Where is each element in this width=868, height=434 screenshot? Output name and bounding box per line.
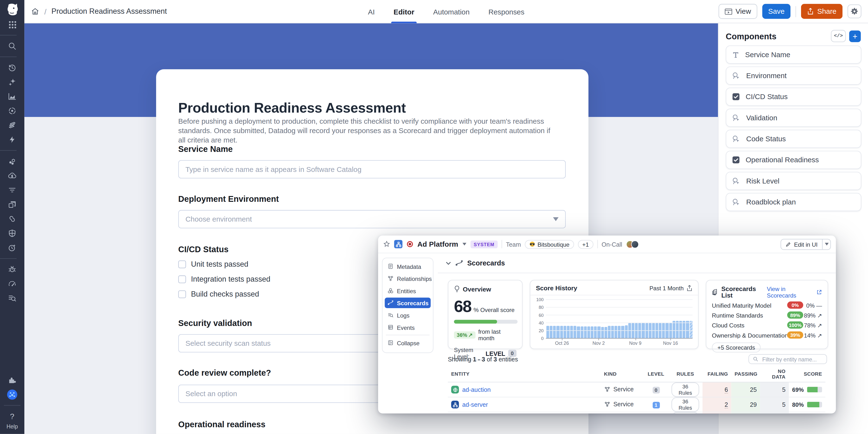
table-row[interactable]: ad-serverService136 Rules229580% (448, 397, 825, 412)
sidebar-item-apps-grid[interactable] (0, 17, 24, 32)
component-item-roadblock-plan[interactable]: Roadblock plan (726, 193, 861, 211)
help-label[interactable]: Help (6, 424, 18, 434)
checkbox-row[interactable]: Build checks passed (178, 290, 259, 298)
rules-pill[interactable]: 36 Rules (672, 382, 699, 397)
sidebar-item-ai-sparkles[interactable] (0, 75, 24, 89)
cicd-checkbox[interactable] (178, 290, 186, 298)
sidebar-item-scorecards-layers[interactable] (0, 118, 24, 133)
chart-bar[interactable] (618, 326, 621, 338)
tab-editor[interactable]: Editor (394, 0, 414, 23)
code-view-button[interactable]: </> (831, 30, 846, 42)
chart-bar[interactable] (601, 327, 604, 338)
chart-bar[interactable] (621, 326, 624, 338)
column-header-failing[interactable]: FAILING (703, 366, 732, 382)
panel-nav-collapse[interactable]: Collapse (384, 338, 431, 348)
view-in-scorecards-link[interactable]: View in Scorecards (767, 286, 822, 299)
cicd-checkbox[interactable] (178, 260, 186, 268)
service-name[interactable]: Ad Platform (417, 240, 458, 248)
collapse-chevron-icon[interactable] (445, 261, 451, 265)
help-icon[interactable]: ? (0, 409, 24, 424)
range-label[interactable]: Past 1 Month (649, 285, 683, 291)
chart-bar[interactable] (553, 326, 556, 338)
chart-bar[interactable] (570, 326, 573, 338)
table-row[interactable]: ad-auctionService036 Rules625569% (448, 382, 825, 397)
panel-nav-relationships[interactable]: Relationships (384, 273, 431, 284)
sidebar-item-service-hexagons[interactable] (0, 154, 24, 169)
checkbox-row[interactable]: Integration tests passed (178, 275, 270, 283)
tab-automation[interactable]: Automation (433, 0, 470, 23)
settings-button[interactable] (847, 4, 861, 18)
chart-bar[interactable] (611, 326, 614, 338)
more-scorecards-button[interactable]: +5 Scorecards (712, 342, 761, 352)
chart-bar[interactable] (615, 326, 618, 338)
chart-bar[interactable] (560, 326, 563, 338)
sidebar-item-log-filter[interactable] (0, 183, 24, 197)
column-header-passing[interactable]: PASSING (731, 366, 760, 382)
sidebar-item-service-link[interactable] (0, 212, 24, 226)
column-header-rules[interactable]: RULES (668, 366, 703, 382)
edit-in-ui-button[interactable]: Edit in UI (781, 238, 831, 250)
chart-bar[interactable] (625, 325, 628, 338)
tab-ai[interactable]: AI (368, 0, 375, 23)
panel-nav-metadata[interactable]: Metadata (384, 261, 431, 272)
sidebar-item-lightning[interactable] (0, 133, 24, 147)
chart-bar[interactable] (679, 321, 682, 338)
edit-in-ui-caret[interactable] (822, 239, 830, 249)
chart-bar[interactable] (567, 326, 569, 338)
sidebar-item-history[interactable] (0, 60, 24, 75)
chart-bar[interactable] (676, 321, 679, 338)
oncall-avatars[interactable] (626, 240, 639, 248)
chart-bar[interactable] (686, 321, 689, 338)
column-header-score[interactable]: SCORE (789, 366, 825, 382)
chart-bar[interactable] (683, 321, 686, 338)
panel-nav-entities[interactable]: Entities (384, 286, 431, 296)
chart-bars[interactable] (547, 300, 693, 338)
chart-bar[interactable] (550, 326, 553, 338)
scorecard-row[interactable]: Unified Maturity Model0%0% — (712, 301, 822, 309)
chart-bar[interactable] (689, 321, 692, 338)
sidebar-item-search[interactable] (0, 39, 24, 53)
chart-bar[interactable] (574, 326, 577, 338)
sidebar-item-app-windows[interactable] (0, 197, 24, 212)
column-header-no-data[interactable]: NO DATA (760, 366, 789, 382)
panel-nav-events[interactable]: Events (384, 322, 431, 332)
chart-bar[interactable] (547, 326, 549, 338)
entity-link[interactable]: ad-auction (462, 386, 491, 393)
chart-bar[interactable] (584, 326, 587, 338)
sidebar-item-puzzle-integrations[interactable] (0, 373, 24, 387)
component-item-ci-cd-status[interactable]: CI/CD Status (726, 88, 861, 106)
chart-bar[interactable] (587, 326, 590, 338)
tab-responses[interactable]: Responses (489, 0, 525, 23)
rules-pill[interactable]: 36 Rules (672, 397, 699, 412)
component-item-environment[interactable]: Environment (726, 66, 861, 85)
scorecard-row[interactable]: Runtime Standards89%89% ↗ (712, 312, 822, 319)
sidebar-item-security-shield[interactable] (0, 226, 24, 241)
export-icon[interactable] (686, 285, 692, 291)
cicd-checkbox[interactable] (178, 275, 186, 283)
component-item-service-name[interactable]: Service Name (726, 45, 861, 64)
component-item-validation[interactable]: Validation (726, 109, 861, 127)
star-icon[interactable] (383, 241, 391, 248)
share-button[interactable]: Share (801, 4, 843, 19)
sidebar-item-log-search[interactable] (0, 291, 24, 306)
component-item-code-status[interactable]: Code Status (726, 130, 861, 148)
team-pill[interactable]: Bitsboutique (525, 240, 574, 249)
column-header-kind[interactable]: KIND (601, 366, 644, 382)
sidebar-item-user-avatar[interactable] (0, 387, 24, 402)
checkbox-row[interactable]: Unit tests passed (178, 260, 248, 268)
sidebar-item-bug[interactable] (0, 262, 24, 277)
scorecard-row[interactable]: Cloud Costs100%78% ↗ (712, 321, 822, 329)
sidebar-item-cloud-cost[interactable] (0, 169, 24, 183)
chart-bar[interactable] (563, 326, 566, 338)
chart-bar[interactable] (673, 321, 675, 338)
service-name-input[interactable] (178, 160, 566, 178)
datadog-logo-icon[interactable] (0, 3, 24, 17)
chart-bar[interactable] (597, 326, 600, 338)
view-button[interactable]: View (718, 4, 757, 19)
chevron-down-icon[interactable] (462, 243, 466, 245)
component-item-risk-level[interactable]: Risk Level (726, 172, 861, 190)
column-header-entity[interactable]: ENTITY (448, 366, 600, 382)
panel-nav-logs[interactable]: Logs (384, 310, 431, 320)
chart-bar[interactable] (604, 327, 607, 338)
scorecard-row[interactable]: Ownership & Documentation39%14% ↗ (712, 331, 822, 339)
